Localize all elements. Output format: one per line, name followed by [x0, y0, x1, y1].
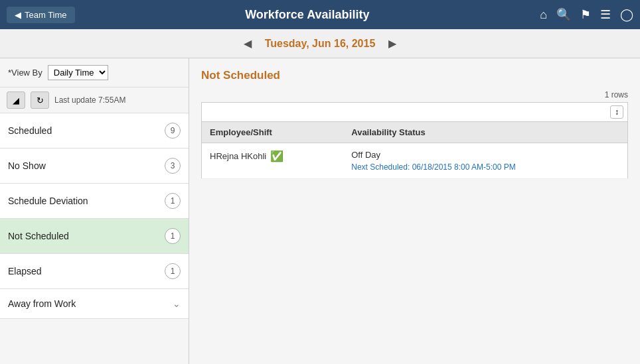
next-date-button[interactable]: ▶ [388, 37, 396, 50]
header-icons: ⌂ 🔍 ⚑ ☰ ◯ [540, 7, 633, 22]
search-icon[interactable]: 🔍 [556, 7, 571, 22]
filter-button[interactable]: ◢ [7, 91, 25, 109]
sidebar-list: Scheduled 9 No Show 3 Schedule Deviation… [0, 113, 189, 364]
elapsed-label: Elapsed [8, 266, 42, 276]
refresh-icon: ↻ [37, 95, 44, 105]
availability-cell: Off Day Next Scheduled: 06/18/2015 8:00 … [343, 143, 627, 179]
content-title: Not Scheduled [201, 69, 628, 82]
main-layout: *View By Daily Time ◢ ↻ Last update 7:55… [0, 58, 640, 364]
availability-sub: Next Scheduled: 06/18/2015 8:00 AM-5:00 … [351, 162, 619, 172]
col-employee-shift: Employee/Shift [202, 122, 344, 143]
sidebar: *View By Daily Time ◢ ↻ Last update 7:55… [0, 58, 189, 364]
sort-button[interactable]: ↕ [610, 105, 623, 119]
app-title: Workforce Availability [75, 8, 540, 22]
availability-table: Employee/Shift Availability Status HRejn… [201, 121, 628, 179]
view-by-select[interactable]: Daily Time [48, 65, 108, 80]
view-by-row: *View By Daily Time [0, 58, 189, 88]
rows-count: 1 rows [201, 90, 628, 99]
home-icon[interactable]: ⌂ [540, 8, 547, 22]
date-navigation: ◀ Tuesday, Jun 16, 2015 ▶ [0, 29, 640, 58]
table-row: HRejna HKohli ✅ Off Day Next Scheduled: … [202, 143, 628, 179]
sidebar-item-scheduled[interactable]: Scheduled 9 [0, 113, 189, 149]
profile-icon[interactable]: ◯ [620, 7, 633, 22]
view-by-label: *View By [8, 68, 42, 78]
main-content: Not Scheduled 1 rows ↕ Employee/Shift Av… [189, 58, 640, 364]
sidebar-item-not-scheduled[interactable]: Not Scheduled 1 [0, 219, 189, 254]
scheduled-badge: 9 [165, 123, 181, 139]
no-show-label: No Show [8, 160, 46, 171]
employee-cell: HRejna HKohli ✅ [202, 143, 344, 179]
back-button[interactable]: ◀ Team Time [7, 7, 75, 23]
schedule-deviation-label: Schedule Deviation [8, 196, 88, 206]
back-arrow-icon: ◀ [15, 10, 21, 20]
not-scheduled-badge: 1 [165, 228, 181, 244]
sidebar-toolbar: ◢ ↻ Last update 7:55AM [0, 88, 189, 113]
sidebar-item-no-show[interactable]: No Show 3 [0, 149, 189, 184]
menu-icon[interactable]: ☰ [600, 7, 611, 22]
away-from-work-label: Away from Work [8, 298, 76, 309]
chevron-down-icon: ⌄ [173, 298, 181, 309]
filter-icon: ◢ [13, 95, 19, 105]
schedule-deviation-badge: 1 [165, 193, 181, 209]
sidebar-item-schedule-deviation[interactable]: Schedule Deviation 1 [0, 184, 189, 219]
sidebar-item-away-from-work[interactable]: Away from Work ⌄ [0, 289, 189, 319]
app-header: ◀ Team Time Workforce Availability ⌂ 🔍 ⚑… [0, 0, 640, 29]
last-update: Last update 7:55AM [54, 95, 125, 105]
flag-icon[interactable]: ⚑ [580, 7, 591, 22]
employee-check-icon: ✅ [270, 150, 283, 162]
employee-name-text: HRejna HKohli [210, 151, 266, 161]
scheduled-label: Scheduled [8, 125, 52, 136]
availability-main: Off Day [351, 150, 619, 160]
col-availability-status: Availability Status [343, 122, 627, 143]
refresh-button[interactable]: ↻ [31, 91, 49, 109]
back-label: Team Time [25, 10, 67, 20]
not-scheduled-label: Not Scheduled [8, 231, 69, 241]
sidebar-item-elapsed[interactable]: Elapsed 1 [0, 254, 189, 289]
prev-date-button[interactable]: ◀ [244, 37, 252, 50]
employee-name: HRejna HKohli ✅ [210, 150, 335, 162]
table-toolbar: ↕ [201, 102, 628, 121]
no-show-badge: 3 [165, 158, 181, 174]
current-date: Tuesday, Jun 16, 2015 [265, 38, 376, 50]
elapsed-badge: 1 [165, 263, 181, 279]
